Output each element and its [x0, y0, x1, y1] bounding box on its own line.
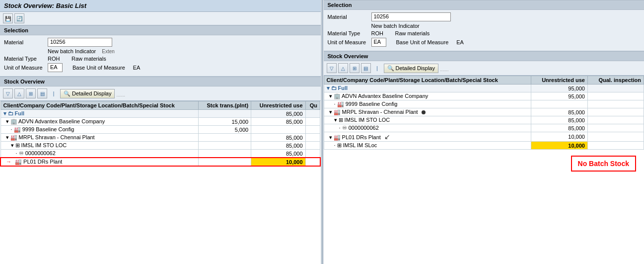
cell-location: ▾ 🏭 MRPL Shravan - Chennai Plant [324, 108, 531, 116]
table-row: ▾ 🏭 MRPL Shravan - Chennai Plant 85,000 [324, 108, 644, 116]
col-header-qu-left: Qu [305, 101, 320, 110]
table-row: ▾ ⊞ IMSL IM STO LOC 85,000 [0, 142, 320, 150]
cell-stck-pl01 [199, 158, 251, 166]
uom-input-left[interactable]: EA [48, 63, 63, 72]
cell-unrestricted: 85,000 [531, 124, 587, 132]
detailed-display-btn-left[interactable]: 🔍 Detailed Display [60, 89, 115, 98]
cell-qual [587, 124, 644, 132]
title-text: Stock Overview: Basic List [4, 2, 86, 9]
cell-location: · ♾ 0000000062 [324, 124, 531, 132]
cell-qual [587, 100, 644, 108]
mat-type-value-right: ROH [371, 30, 391, 36]
no-batch-stock-box: No Batch Stock [571, 156, 636, 172]
uom-label-right: Unit of Measure [328, 39, 367, 45]
cell-location: ▾ 🗀 Full [324, 85, 531, 92]
dots-left: ....... [116, 92, 125, 98]
cell-location-pl01: → 🏭 PL01 DRs Plant [0, 158, 199, 166]
funnel-icon-left[interactable]: ▽ [3, 88, 13, 98]
cell-location: · 🏭 9999 Baseline Config [0, 126, 199, 134]
save-icon[interactable]: 💾 [3, 13, 13, 23]
material-label-left: Material [4, 39, 44, 45]
new-batch-row-left: New batch Indicator Exten [4, 48, 317, 54]
right-table-container[interactable]: Client/Company Code/Plant/Storage Locati… [324, 76, 644, 264]
table-row: ▾ 🏢 ADVN Advantex Baseline Company 15,00… [0, 118, 320, 126]
col-header-stck-left: Stck trans.(plnt) [199, 101, 251, 110]
cell-stck [199, 134, 251, 142]
up-icon-right[interactable]: △ [338, 63, 348, 73]
base-uom-value-left: EA [133, 65, 141, 71]
left-table-container[interactable]: Client/Company Code/Plant/Storage Locati… [0, 101, 321, 264]
cell-qu [305, 150, 320, 158]
detailed-display-btn-right[interactable]: 🔍 Detailed Display [384, 64, 438, 73]
cell-location: ▾ 🏢 ADVN Advantex Baseline Company [324, 92, 531, 100]
selection-section-label-left: Selection [0, 25, 321, 35]
table-row: · ♾ 0000000062 85,000 [0, 150, 320, 158]
cell-unrestricted: 85,000 [251, 134, 305, 142]
uom-row-left: Unit of Measure EA Base Unit of Measure … [4, 63, 317, 72]
tree-icon-right[interactable]: ⊞ [350, 63, 359, 73]
detailed-btn-label-left: Detailed Display [72, 90, 111, 96]
no-batch-area: No Batch Stock [324, 150, 644, 177]
detailed-btn-icon-left: 🔍 [64, 90, 71, 97]
material-input-right[interactable]: 10256 [371, 12, 451, 21]
col-header-location-right: Client/Company Code/Plant/Storage Locati… [324, 76, 531, 85]
mat-type-desc-left: Raw materials [72, 56, 106, 62]
uom-row-right: Unit of Measure EA Base Unit of Measure … [328, 38, 641, 47]
cell-unrestricted [531, 100, 587, 108]
material-type-row-left: Material Type ROH Raw materials [4, 56, 317, 62]
left-panel: Stock Overview: Basic List 💾 🔄 Selection… [0, 0, 321, 264]
dot-indicator [422, 110, 426, 114]
cell-location: ▾ 🗀 Full [0, 110, 199, 118]
cell-unrestricted: 95,000 [531, 85, 587, 92]
cell-qu-pl01 [305, 158, 320, 166]
left-panel-title: Stock Overview: Basic List [0, 0, 321, 12]
cell-qual [587, 108, 644, 116]
cell-unrestricted: 85,000 [251, 118, 305, 126]
cell-unrestricted: 85,000 [531, 116, 587, 124]
uom-label-left: Unit of Measure [4, 65, 44, 71]
funnel-icon-right[interactable]: ▽ [327, 63, 337, 73]
cell-unrestricted-imsl-sloc: 10,000 [531, 142, 587, 150]
table-row: · ♾ 0000000062 85,000 [324, 124, 644, 132]
cell-unrestricted: 95,000 [531, 92, 587, 100]
new-batch-text-right: New batch Indicator [371, 23, 420, 29]
detailed-btn-icon-right: 🔍 [387, 65, 394, 72]
stock-overview-area-right: ▽ △ ⊞ ▤ | 🔍 Detailed Display ....... Cli… [324, 61, 644, 264]
cell-qu [305, 134, 320, 142]
material-label-right: Material [328, 14, 367, 20]
cell-location: · 🏭 9999 Baseline Config [324, 100, 531, 108]
cell-qual [587, 116, 644, 124]
table-row: ▾ ⊞ IMSL IM STO LOC 85,000 [324, 116, 644, 124]
print-icon-right[interactable]: ▤ [361, 63, 371, 73]
mat-type-value-left: ROH [48, 56, 68, 62]
cell-qual-pl01-right [587, 132, 644, 142]
left-tree-toolbar: ▽ △ ⊞ ▤ | 🔍 Detailed Display ....... [0, 87, 321, 101]
mat-type-desc-right: Raw materials [395, 30, 430, 36]
stock-overview-label-left: Stock Overview [0, 77, 321, 87]
col-header-unrestricted-right: Unrestricted use [531, 76, 587, 85]
cell-location-imsl-sloc: · ⊞ IMSL IM SLoc [324, 142, 531, 150]
cell-unrestricted: 85,000 [251, 110, 305, 118]
cell-location: ▾ ⊞ IMSL IM STO LOC [0, 142, 199, 150]
material-input-left[interactable]: 10256 [48, 38, 112, 47]
table-row: ▾ 🏢 ADVN Advantex Baseline Company 95,00… [324, 92, 644, 100]
refresh-icon[interactable]: 🔄 [14, 13, 24, 23]
print-icon-left[interactable]: ▤ [37, 88, 47, 98]
right-table-header: Client/Company Code/Plant/Storage Locati… [324, 76, 644, 85]
cell-qual [587, 92, 644, 100]
base-uom-label-left: Base Unit of Measure [72, 65, 125, 71]
new-batch-text-left: New batch Indicator [48, 48, 96, 54]
cell-stck [199, 142, 251, 150]
left-table-header: Client/Company Code/Plant/Storage Locati… [0, 101, 320, 110]
col-header-unrestricted-left: Unrestricted use [251, 101, 305, 110]
tree-icon-left[interactable]: ⊞ [26, 88, 36, 98]
base-uom-value-right: EA [456, 39, 464, 45]
cell-location-pl01-right: ▾ 🏭 PL01 DRs Plant ↙ [324, 132, 531, 142]
up-icon-left[interactable]: △ [14, 88, 24, 98]
cell-unrestricted [251, 126, 305, 134]
uom-input-right[interactable]: EA [371, 38, 386, 47]
dots-right: ....... [440, 67, 449, 73]
left-top-toolbar: 💾 🔄 [0, 12, 321, 25]
cell-unrestricted: 85,000 [251, 142, 305, 150]
detailed-btn-label-right: Detailed Display [396, 65, 435, 71]
